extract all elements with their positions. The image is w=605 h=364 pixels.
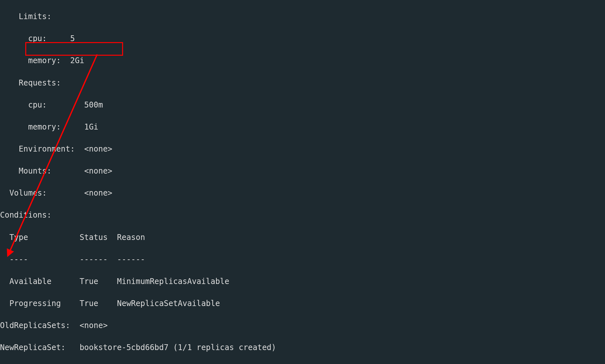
limits-header: Limits:: [0, 11, 605, 22]
conditions-header: Conditions:: [0, 210, 605, 221]
conditions-columns: Type Status Reason: [0, 232, 605, 243]
requests-memory: memory: 1Gi: [0, 121, 605, 132]
requests-header: Requests:: [0, 77, 605, 88]
mounts: Mounts: <none>: [0, 165, 605, 176]
condition-available: Available True MinimumReplicasAvailable: [0, 276, 605, 287]
old-replicasets: OldReplicaSets: <none>: [0, 320, 605, 331]
conditions-divider: ---- ------ ------: [0, 254, 605, 265]
terminal-output[interactable]: Limits: cpu: 5 memory: 2Gi Requests: cpu…: [0, 0, 605, 364]
condition-progressing: Progressing True NewReplicaSetAvailable: [0, 298, 605, 309]
volumes: Volumes: <none>: [0, 188, 605, 199]
requests-cpu: cpu: 500m: [0, 99, 605, 110]
limits-memory: memory: 2Gi: [0, 55, 605, 66]
new-replicaset: NewReplicaSet: bookstore-5cbd66bd7 (1/1 …: [0, 342, 605, 353]
environment: Environment: <none>: [0, 143, 605, 154]
limits-cpu: cpu: 5: [0, 33, 605, 44]
